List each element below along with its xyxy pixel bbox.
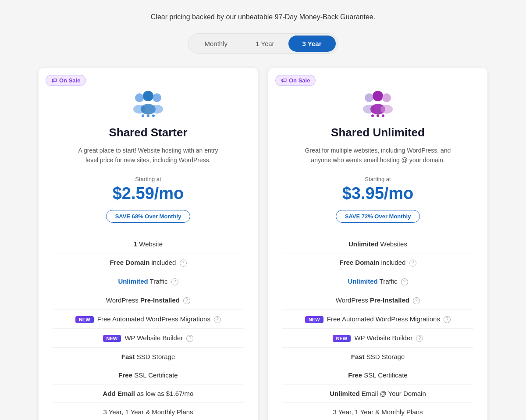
feature-storage: Fast SSD Storage	[53, 348, 244, 366]
billing-toggle: Monthly 1 Year 3 Year	[188, 33, 338, 54]
feature-plans-u: 3 Year, 1 Year & Monthly Plans	[282, 403, 473, 420]
plan-name-starter: Shared Starter	[109, 126, 187, 139]
feature-ssl: Free SSL Certificate	[53, 366, 244, 384]
plan-shared-unlimited: 🏷 On Sale Shared Unlimited Great for mul…	[268, 68, 487, 420]
feature-email-u: Unlimited Email @ Your Domain	[282, 384, 473, 403]
svg-point-11	[373, 91, 383, 101]
question-icon-migrations-u[interactable]: ?	[444, 316, 451, 323]
feature-domain: Free Domain included ?	[53, 253, 244, 272]
features-list-unlimited: Unlimited Websites Free Domain included …	[282, 235, 473, 420]
save-badge-unlimited: SAVE 72% Over Monthly	[336, 210, 420, 223]
feature-storage-u: Fast SSD Storage	[282, 348, 473, 366]
plan-name-unlimited: Shared Unlimited	[331, 126, 425, 139]
plan-shared-starter: 🏷 On Sale Shared Starter A great place t…	[39, 68, 258, 420]
feature-plans: 3 Year, 1 Year & Monthly Plans	[53, 403, 244, 420]
svg-point-0	[135, 93, 144, 102]
feature-wordpress-u: WordPress Pre-Installed ?	[282, 291, 473, 310]
new-badge: NEW	[75, 316, 94, 323]
billing-3year[interactable]: 3 Year	[288, 36, 336, 52]
starting-at-starter: Starting at	[135, 176, 161, 182]
svg-point-9	[365, 93, 373, 102]
feature-builder: NEW WP Website Builder ?	[53, 329, 244, 348]
question-icon-wp[interactable]: ?	[183, 297, 190, 304]
price-starter: $2.59/mo	[113, 184, 184, 203]
question-icon-domain-u[interactable]: ?	[409, 260, 416, 267]
page-subtitle: Clear pricing backed by our unbeatable 9…	[151, 13, 375, 21]
new-badge-builder-u: NEW	[333, 335, 351, 342]
tag-icon-unlimited: 🏷	[281, 77, 287, 84]
feature-migrations: NEW Free Automated WordPress Migrations …	[53, 310, 244, 329]
feature-traffic: Unlimited Traffic ?	[53, 272, 244, 291]
question-icon-traffic[interactable]: ?	[171, 278, 178, 285]
svg-point-15	[371, 114, 374, 117]
plan-desc-starter: A great place to start! Website hosting …	[74, 146, 223, 165]
plans-container: 🏷 On Sale Shared Starter A great place t…	[22, 68, 504, 420]
question-icon-traffic-u[interactable]: ?	[401, 278, 408, 285]
question-icon-migrations[interactable]: ?	[214, 316, 221, 323]
feature-migrations-u: NEW Free Automated WordPress Migrations …	[282, 310, 473, 329]
plan-icon-starter	[131, 88, 166, 119]
feature-ssl-u: Free SSL Certificate	[282, 366, 473, 384]
feature-domain-u: Free Domain included ?	[282, 253, 473, 272]
question-icon-builder-u[interactable]: ?	[416, 335, 423, 342]
tag-icon: 🏷	[51, 77, 57, 84]
plan-desc-unlimited: Great for multiple websites, including W…	[303, 146, 452, 165]
feature-wordpress: WordPress Pre-Installed ?	[53, 291, 244, 310]
starting-at-unlimited: Starting at	[365, 176, 391, 182]
price-unlimited: $3.95/mo	[342, 184, 414, 203]
billing-1year[interactable]: 1 Year	[242, 36, 288, 52]
question-icon-wp-u[interactable]: ?	[413, 297, 420, 304]
svg-point-8	[152, 114, 155, 117]
svg-point-7	[147, 114, 149, 117]
save-badge-starter: SAVE 68% Over Monthly	[106, 210, 191, 223]
svg-point-17	[382, 114, 384, 117]
features-list-starter: 1 Website Free Domain included ? Unlimit…	[53, 235, 244, 420]
billing-monthly[interactable]: Monthly	[190, 36, 242, 52]
svg-point-14	[380, 105, 393, 114]
svg-point-6	[142, 114, 144, 117]
new-badge-builder: NEW	[103, 335, 121, 342]
feature-websites: 1 Website	[53, 235, 244, 253]
feature-websites-u: Unlimited Websites	[282, 235, 473, 253]
svg-point-5	[151, 105, 163, 114]
plan-icon-unlimited	[360, 88, 395, 119]
svg-point-4	[153, 93, 161, 102]
feature-builder-u: NEW WP Website Builder ?	[282, 329, 473, 348]
svg-point-13	[382, 93, 391, 102]
svg-point-16	[377, 114, 379, 117]
feature-email: Add Email as low as $1.67/mo	[53, 384, 244, 403]
new-badge-u: NEW	[305, 316, 323, 323]
on-sale-badge-starter: 🏷 On Sale	[46, 75, 86, 86]
question-icon[interactable]: ?	[180, 260, 187, 267]
feature-traffic-u: Unlimited Traffic ?	[282, 272, 473, 291]
svg-point-2	[143, 91, 153, 101]
question-icon-builder[interactable]: ?	[186, 335, 193, 342]
on-sale-badge-unlimited: 🏷 On Sale	[275, 75, 316, 86]
